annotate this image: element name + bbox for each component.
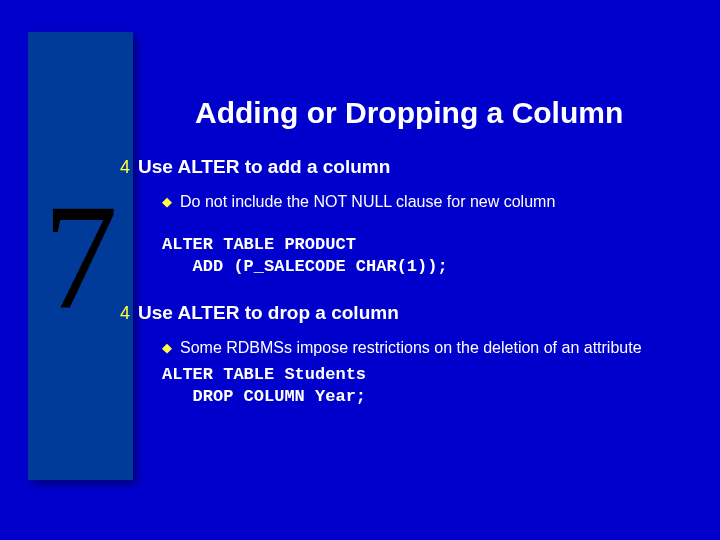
check-icon: 4: [120, 302, 130, 324]
slide-title: Adding or Dropping a Column: [195, 96, 623, 130]
diamond-icon: ◆: [162, 338, 172, 358]
bullet-text: Use ALTER to drop a column: [138, 302, 399, 324]
subbullet-text: Some RDBMSs impose restrictions on the d…: [180, 338, 642, 358]
chapter-number: 7: [43, 181, 118, 331]
check-icon: 4: [120, 156, 130, 178]
bullet-add-column: 4 Use ALTER to add a column: [120, 156, 690, 178]
code-drop-column: ALTER TABLE Students DROP COLUMN Year;: [162, 364, 690, 408]
subbullet-not-null: ◆ Do not include the NOT NULL clause for…: [162, 192, 690, 212]
diamond-icon: ◆: [162, 192, 172, 212]
bullet-text: Use ALTER to add a column: [138, 156, 390, 178]
slide-content: 4 Use ALTER to add a column ◆ Do not inc…: [120, 156, 690, 408]
code-add-column: ALTER TABLE PRODUCT ADD (P_SALECODE CHAR…: [162, 234, 690, 278]
bullet-drop-column: 4 Use ALTER to drop a column: [120, 302, 690, 324]
subbullet-restrictions: ◆ Some RDBMSs impose restrictions on the…: [162, 338, 690, 358]
chapter-box: 7: [28, 32, 133, 480]
subbullet-text: Do not include the NOT NULL clause for n…: [180, 192, 555, 212]
